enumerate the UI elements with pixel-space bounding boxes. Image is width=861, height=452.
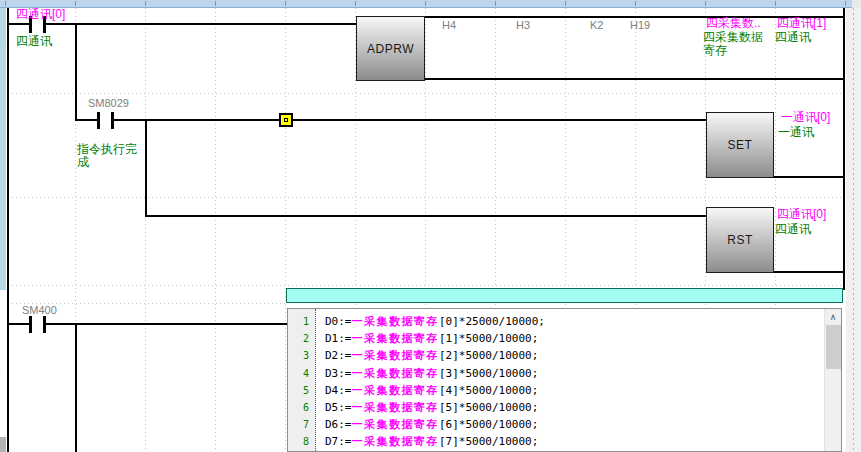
sm8029-comment: 指令执行完 成 [77, 143, 137, 169]
line-number: 1 [288, 313, 309, 330]
script-statement: D7:=一采集数据寄存[7]*5000/10000; [325, 433, 538, 450]
rung1-contact-comment: 四通讯 [16, 35, 52, 48]
instruction-out-line [774, 176, 844, 178]
rung-wire [9, 323, 29, 325]
rst-operand-comment: 四通讯 [775, 223, 811, 236]
grid-ruler [0, 0, 852, 8]
ladder-editor: 0 0 四通讯[0] 四通讯 ADPRW H4 H3 K2 H19 四采集数..… [0, 0, 861, 452]
line-number: 4 [288, 365, 309, 382]
branch-wire [75, 23, 77, 121]
ruler-tick [565, 1, 566, 6]
adprw-param-1[interactable]: H4 [442, 19, 456, 31]
adprw-complete-flag-label[interactable]: 四通讯[1] [777, 17, 826, 30]
script-statement: D3:=一采集数据寄存[3]*5000/10000; [325, 365, 538, 382]
adprw-param-3[interactable]: K2 [590, 19, 603, 31]
adprw-instruction-box[interactable]: ADPRW [356, 16, 425, 81]
adprw-complete-flag-comment: 四通讯 [775, 31, 811, 44]
st-script-editor[interactable]: 1 D0:=一采集数据寄存[0]*25000/10000; 2 D1:=一采集数… [287, 308, 842, 452]
contact-bar [29, 316, 32, 333]
scroll-up-button[interactable]: ∧ [825, 309, 841, 324]
rung-wire [145, 215, 706, 217]
script-line[interactable]: 6 D5:=一采集数据寄存[5]*5000/10000; [288, 399, 841, 416]
rst-instruction-box[interactable]: RST [706, 207, 774, 273]
instruction-bottom-line [425, 78, 844, 80]
sm400-label[interactable]: SM400 [22, 304, 57, 316]
line-number: 6 [288, 399, 309, 416]
ruler-tick [635, 1, 636, 6]
script-line[interactable]: 8 D7:=一采集数据寄存[7]*5000/10000; [288, 433, 841, 450]
branch-wire [145, 119, 147, 217]
step-number: 0 [0, 366, 5, 379]
chevron-up-icon: ∧ [830, 312, 837, 322]
row-separator [8, 93, 843, 94]
script-line[interactable]: 2 D1:=一采集数据寄存[1]*5000/10000; [288, 330, 841, 347]
script-lines: 1 D0:=一采集数据寄存[0]*25000/10000; 2 D1:=一采集数… [288, 313, 841, 452]
ruler-corner [852, 0, 861, 8]
script-scrollbar[interactable]: ∧ [824, 309, 841, 451]
rung-wire [46, 323, 287, 325]
line-number: 5 [288, 382, 309, 399]
contact-bar [43, 316, 46, 333]
ruler-tick [425, 1, 426, 6]
script-line[interactable]: 4 D3:=一采集数据寄存[3]*5000/10000; [288, 365, 841, 382]
inline-st-header-bar[interactable] [286, 288, 843, 303]
grid-column-line [145, 8, 146, 452]
next-block-strip [0, 437, 6, 452]
branch-wire [75, 323, 77, 452]
script-statement: D6:=一采集数据寄存[6]*5000/10000; [325, 416, 538, 433]
set-instruction-box[interactable]: SET [706, 112, 774, 178]
ruler-tick [705, 1, 706, 6]
contact-bar [111, 112, 114, 129]
grid-column-line [215, 8, 216, 452]
ruler-tick [495, 1, 496, 6]
ruler-tick [5, 1, 6, 6]
script-line[interactable]: 3 D2:=一采集数据寄存[2]*5000/10000; [288, 347, 841, 364]
rung-wire [9, 23, 29, 25]
pane-edge-line [853, 8, 854, 452]
adprw-param-4[interactable]: H19 [630, 19, 650, 31]
right-power-rail [843, 8, 845, 290]
set-operand-label[interactable]: 一通讯[0] [781, 111, 830, 124]
sm8029-label[interactable]: SM8029 [88, 97, 129, 109]
line-number: 8 [288, 433, 309, 450]
rung-wire [114, 119, 706, 121]
left-power-rail [7, 8, 9, 452]
rung-wire [46, 23, 356, 25]
scrollbar-thumb[interactable] [826, 325, 841, 369]
rung1-contact-label[interactable]: 四通讯[0] [16, 8, 65, 21]
ruler-tick [75, 1, 76, 6]
adprw-dest-register-label[interactable]: 四采集数.. [706, 17, 761, 30]
script-statement: D0:=一采集数据寄存[0]*25000/10000; [325, 313, 545, 330]
edit-cursor-marker [279, 113, 293, 127]
script-line[interactable]: 5 D4:=一采集数据寄存[4]*5000/10000; [288, 382, 841, 399]
ruler-tick [285, 1, 286, 6]
row-separator [8, 285, 843, 286]
line-number: 2 [288, 330, 309, 347]
ruler-tick [215, 1, 216, 6]
set-operand-comment: 一通讯 [778, 126, 814, 139]
script-statement: D2:=一采集数据寄存[2]*5000/10000; [325, 347, 538, 364]
adprw-dest-register-comment: 四采集数据 寄存 [703, 31, 763, 57]
script-line[interactable]: 1 D0:=一采集数据寄存[0]*25000/10000; [288, 313, 841, 330]
step-number: 0 [0, 38, 5, 51]
rst-operand-label[interactable]: 四通讯[0] [777, 208, 826, 221]
row-separator [8, 197, 843, 198]
line-number: 3 [288, 347, 309, 364]
grid-column-line [285, 8, 286, 452]
script-line[interactable]: 7 D6:=一采集数据寄存[6]*5000/10000; [288, 416, 841, 433]
ruler-tick [775, 1, 776, 6]
instruction-out-line [774, 271, 844, 273]
script-statement: D1:=一采集数据寄存[1]*5000/10000; [325, 330, 538, 347]
script-statement: D5:=一采集数据寄存[5]*5000/10000; [325, 399, 538, 416]
ruler-tick [355, 1, 356, 6]
ruler-tick [145, 1, 146, 6]
script-statement: D4:=一采集数据寄存[4]*5000/10000; [325, 382, 538, 399]
contact-bar [97, 112, 100, 129]
ruler-tick [845, 1, 846, 6]
rung-wire [75, 119, 97, 121]
adprw-param-2[interactable]: H3 [516, 19, 530, 31]
line-number: 7 [288, 416, 309, 433]
